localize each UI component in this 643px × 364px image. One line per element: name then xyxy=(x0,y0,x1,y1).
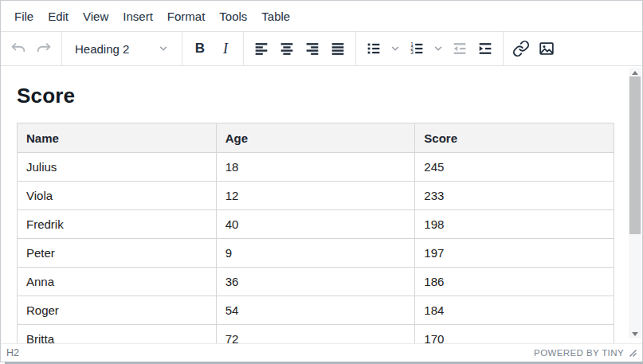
format-select[interactable]: Heading 2 xyxy=(67,35,177,62)
cell-age[interactable]: 9 xyxy=(216,239,415,268)
undo-button[interactable] xyxy=(6,35,31,62)
numbered-list-options-button[interactable] xyxy=(429,35,447,62)
menu-format[interactable]: Format xyxy=(160,5,213,28)
branding: POWERED BY TINY xyxy=(534,348,637,358)
outdent-icon xyxy=(451,40,469,57)
align-right-button[interactable] xyxy=(300,35,325,62)
align-right-icon xyxy=(304,40,321,57)
editor-frame: File Edit View Insert Format Tools Table xyxy=(0,0,643,362)
table-row: Viola 12 233 xyxy=(18,182,614,210)
chevron-down-icon xyxy=(158,43,169,54)
undo-icon xyxy=(10,40,27,57)
resize-handle[interactable] xyxy=(629,349,637,357)
align-center-button[interactable] xyxy=(274,35,300,62)
cell-name[interactable]: Peter xyxy=(18,239,217,268)
alignment-group xyxy=(244,32,356,65)
arrow-up-icon xyxy=(632,71,638,75)
chevron-down-icon xyxy=(390,43,401,54)
cell-score[interactable]: 233 xyxy=(415,182,614,210)
bold-icon: B xyxy=(195,41,205,57)
table-row: Julius 18 245 xyxy=(18,153,614,182)
editor-content-area[interactable]: Score Name Age Score Julius 18 245 xyxy=(1,66,642,343)
insert-group xyxy=(504,32,564,65)
cell-age[interactable]: 36 xyxy=(216,268,415,296)
menu-table[interactable]: Table xyxy=(254,5,297,28)
redo-button[interactable] xyxy=(31,35,57,62)
toolbar: Heading 2 B I xyxy=(1,32,642,66)
menu-file[interactable]: File xyxy=(7,5,41,28)
cell-name[interactable]: Britta xyxy=(18,325,217,344)
cell-name[interactable]: Fredrik xyxy=(18,210,217,239)
cell-age[interactable]: 40 xyxy=(216,210,415,239)
table-row: Britta 72 170 xyxy=(18,325,614,344)
score-table[interactable]: Name Age Score Julius 18 245 Viola 12 23… xyxy=(17,123,614,343)
image-icon xyxy=(538,40,555,57)
cell-score[interactable]: 184 xyxy=(415,296,614,325)
cell-name[interactable]: Anna xyxy=(18,268,217,296)
align-left-button[interactable] xyxy=(249,35,274,62)
cell-name[interactable]: Julius xyxy=(18,153,217,182)
outdent-button[interactable] xyxy=(447,35,472,62)
cell-age[interactable]: 54 xyxy=(216,296,415,325)
indent-icon xyxy=(476,40,494,57)
cell-age[interactable]: 12 xyxy=(216,182,415,210)
arrow-down-icon xyxy=(632,332,638,336)
list-indent-group: 1 2 3 xyxy=(356,32,504,65)
table-row: Anna 36 186 xyxy=(18,268,614,296)
bullet-list-options-button[interactable] xyxy=(386,35,404,62)
scrollbar-thumb[interactable] xyxy=(629,76,641,234)
text-style-group: B I xyxy=(182,32,244,65)
cell-score[interactable]: 186 xyxy=(415,268,614,296)
menubar: File Edit View Insert Format Tools Table xyxy=(1,1,642,32)
cell-score[interactable]: 245 xyxy=(415,153,614,182)
numbered-list-button[interactable]: 1 2 3 xyxy=(404,35,429,62)
cell-name[interactable]: Roger xyxy=(18,296,217,325)
bold-button[interactable]: B xyxy=(187,35,213,62)
svg-text:3: 3 xyxy=(410,49,414,55)
menu-view[interactable]: View xyxy=(76,5,116,28)
column-header-score[interactable]: Score xyxy=(415,123,614,153)
align-left-icon xyxy=(253,40,270,57)
cell-score[interactable]: 198 xyxy=(415,210,614,239)
chevron-down-icon xyxy=(433,43,444,54)
table-row: Peter 9 197 xyxy=(18,239,614,268)
resize-grip-icon xyxy=(629,349,637,357)
cell-score[interactable]: 197 xyxy=(415,239,614,268)
indent-button[interactable] xyxy=(472,35,498,62)
cell-age[interactable]: 18 xyxy=(216,153,415,182)
menu-edit[interactable]: Edit xyxy=(41,5,76,28)
numbered-list-icon: 1 2 3 xyxy=(408,40,425,57)
italic-icon: I xyxy=(223,41,228,57)
table-row: Roger 54 184 xyxy=(18,296,614,325)
element-path[interactable]: H2 xyxy=(6,347,19,358)
scrollbar-down-button[interactable] xyxy=(629,329,641,339)
column-header-age[interactable]: Age xyxy=(216,123,415,153)
statusbar: H2 POWERED BY TINY xyxy=(1,343,642,361)
redo-icon xyxy=(35,40,53,57)
cell-age[interactable]: 72 xyxy=(216,325,415,344)
menu-tools[interactable]: Tools xyxy=(212,5,254,28)
justify-icon xyxy=(329,40,347,57)
link-button[interactable] xyxy=(508,35,534,62)
tinymce-editor-screenshot: File Edit View Insert Format Tools Table xyxy=(0,0,643,364)
powered-by-tiny-link[interactable]: POWERED BY TINY xyxy=(534,348,624,358)
bullet-list-icon xyxy=(365,40,382,57)
column-header-name[interactable]: Name xyxy=(18,123,217,153)
cell-score[interactable]: 170 xyxy=(415,325,614,344)
content-heading: Score xyxy=(17,84,626,108)
format-select-value: Heading 2 xyxy=(75,42,129,56)
table-row: Fredrik 40 198 xyxy=(18,210,614,239)
italic-button[interactable]: I xyxy=(213,35,238,62)
menu-insert[interactable]: Insert xyxy=(116,5,160,28)
vertical-scrollbar[interactable] xyxy=(629,68,641,339)
format-group: Heading 2 xyxy=(62,32,182,65)
history-group xyxy=(1,32,62,65)
image-button[interactable] xyxy=(534,35,559,62)
table-header-row: Name Age Score xyxy=(18,123,614,153)
cell-name[interactable]: Viola xyxy=(18,182,217,210)
bullet-list-button[interactable] xyxy=(361,35,386,62)
justify-button[interactable] xyxy=(325,35,351,62)
link-icon xyxy=(512,40,530,57)
align-center-icon xyxy=(278,40,296,57)
